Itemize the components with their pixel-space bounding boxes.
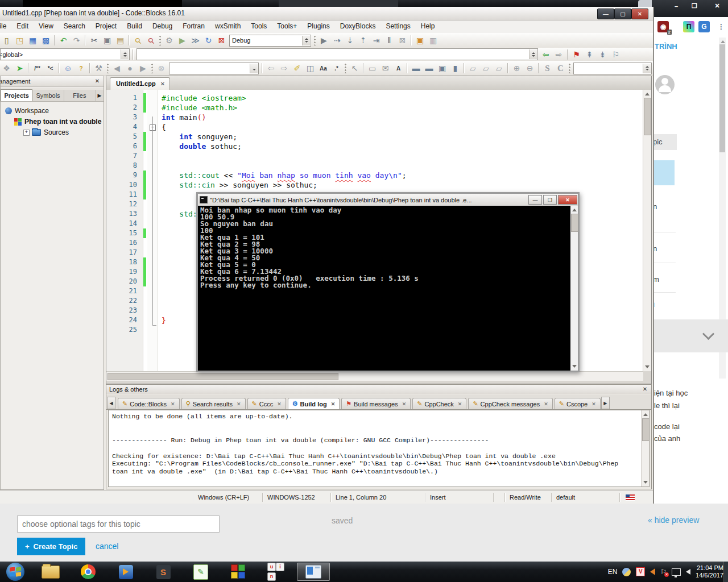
tab-close-icon[interactable]: ✕ — [402, 401, 407, 407]
code-line-4[interactable]: 4−{ — [106, 122, 643, 132]
build-and-run-icon[interactable]: ≫ — [189, 35, 201, 47]
doxy-wizard-icon[interactable]: ☺ — [62, 63, 74, 74]
pi-extension-icon[interactable]: Π — [683, 21, 694, 32]
browser-minimize-button[interactable]: – — [669, 1, 684, 11]
combo-spinner-icon[interactable] — [529, 49, 537, 59]
nav-right-icon[interactable]: ⇨ — [278, 63, 290, 74]
scope-combo[interactable]: <global> — [0, 48, 130, 60]
highlight-occurrences-icon[interactable]: ✐ — [291, 63, 303, 74]
menu-tools+[interactable]: Tools+ — [272, 20, 302, 32]
step-over-icon[interactable]: ⇢ — [331, 35, 343, 47]
tab-files[interactable]: Files — [64, 90, 96, 101]
close-panel-icon[interactable]: ✕ — [93, 77, 101, 85]
cut-icon[interactable]: ✂ — [88, 35, 100, 47]
doxy-block-comment-icon[interactable]: /** — [31, 63, 43, 74]
create-topic-button[interactable]: + Create Topic — [17, 538, 85, 555]
combo-spinner-icon[interactable] — [302, 36, 310, 45]
menu-file[interactable]: File — [0, 20, 11, 32]
stop-debugger-icon[interactable]: ⊠ — [396, 35, 408, 47]
language-indicator[interactable]: EN — [608, 568, 618, 576]
combo-spinner-icon[interactable] — [643, 64, 651, 73]
tray-unikey-icon[interactable] — [622, 568, 631, 576]
build-icon[interactable]: ⚙ — [163, 35, 175, 47]
symbol-combo[interactable] — [136, 48, 538, 60]
code-line-3[interactable]: 3int main() — [106, 113, 643, 122]
log-tab-build-log[interactable]: ⚙Build log✕ — [288, 398, 340, 409]
close-button[interactable]: ✕ — [631, 9, 648, 19]
tab-close-icon[interactable]: ✕ — [592, 401, 596, 407]
chevron-down-icon[interactable] — [702, 328, 714, 340]
scroll-up-icon[interactable] — [643, 413, 648, 416]
align-center-icon[interactable]: ▱ — [480, 63, 492, 74]
tab-projects[interactable]: Projects — [1, 89, 32, 101]
run-plugin-icon[interactable]: ➤ — [14, 63, 26, 74]
align-right-icon[interactable]: ▱ — [493, 63, 505, 74]
taskbar-notepadpp[interactable]: ✎ — [184, 563, 217, 581]
run-to-cursor-icon[interactable]: ⇥ — [370, 35, 382, 47]
keyboard-layout-flag-icon[interactable] — [626, 494, 635, 501]
combo-spinner-icon[interactable] — [121, 49, 129, 59]
translate-extension-icon[interactable]: G — [698, 21, 710, 32]
menu-doxyblocks[interactable]: DoxyBlocks — [335, 20, 381, 32]
scroll-down-icon[interactable] — [643, 481, 648, 484]
network-icon[interactable] — [672, 568, 681, 576]
goto-next-icon[interactable]: ⇨ — [553, 48, 565, 60]
tab-close-icon[interactable]: ✕ — [160, 81, 165, 87]
save-file-icon[interactable]: ▦ — [27, 35, 39, 47]
browser-menu-icon[interactable]: ⋮ — [715, 21, 727, 32]
menu-view[interactable]: View — [34, 20, 59, 32]
log-tab-cscope[interactable]: ✎Cscope✕ — [555, 398, 601, 409]
menu-plugins[interactable]: Plugins — [302, 20, 334, 32]
log-tab-search-results[interactable]: ⚲Search results✕ — [181, 398, 246, 409]
clear-bookmarks-icon[interactable]: ⚐ — [610, 48, 622, 60]
isearch-prev-icon[interactable]: ◀ — [111, 63, 123, 74]
scrollbar-thumb[interactable] — [107, 373, 338, 380]
menu-project[interactable]: Project — [90, 20, 122, 32]
paste-icon[interactable]: ▤ — [114, 35, 126, 47]
tab-close-icon[interactable]: ✕ — [237, 401, 241, 407]
console-close-button[interactable]: ✕ — [558, 195, 577, 205]
menu-help[interactable]: Help — [416, 20, 440, 32]
code-line-5[interactable]: 5 int songuyen; — [106, 132, 643, 142]
taskbar-explorer[interactable] — [34, 563, 67, 581]
code-line-2[interactable]: 2#include <math.h> — [106, 103, 643, 113]
layout-grid-icon[interactable]: ▣ — [436, 63, 448, 74]
save-all-files-icon[interactable]: ▩ — [40, 35, 52, 47]
tab-close-icon[interactable]: ✕ — [171, 401, 175, 407]
debugging-windows-icon[interactable]: ▣ — [414, 35, 426, 47]
taskbar-console-active[interactable] — [297, 563, 330, 581]
isearch-next-icon[interactable]: ▶ — [137, 63, 149, 74]
console-scrollbar[interactable] — [570, 206, 578, 371]
insert-mode-icon[interactable]: ◫ — [304, 63, 316, 74]
wx-font-icon[interactable]: A — [392, 63, 404, 74]
toggle-bookmark-icon[interactable]: ⚑ — [570, 48, 582, 60]
management-caption[interactable]: Management ✕ — [1, 76, 104, 87]
show-spaces-icon[interactable]: S — [541, 63, 553, 74]
taskbar-sublime[interactable]: S — [147, 563, 180, 581]
menu-search[interactable]: Search — [59, 20, 90, 32]
minimize-button[interactable]: — — [597, 9, 614, 19]
scroll-up-icon[interactable] — [572, 209, 577, 211]
isearch-combo[interactable] — [169, 63, 259, 74]
doxy-line-comment-icon[interactable]: *< — [44, 63, 56, 74]
menu-build[interactable]: Build — [122, 20, 147, 32]
debug-various-info-icon[interactable]: ▥ — [427, 35, 439, 47]
menu-edit[interactable]: Edit — [11, 20, 34, 32]
console-window[interactable]: "D:\Bai tap C-C++\Bai Thuc Hanh C++\toan… — [196, 192, 580, 372]
nav-left-icon[interactable]: ⇦ — [265, 63, 277, 74]
cancel-link[interactable]: cancel — [96, 542, 118, 551]
log-tab-code-blocks[interactable]: ✎Code::Blocks✕ — [118, 398, 180, 409]
tab-close-icon[interactable]: ✕ — [544, 401, 548, 407]
new-file-icon[interactable]: ▯ — [1, 35, 13, 47]
code-line-8[interactable]: 8 — [106, 161, 643, 171]
replace-icon[interactable]: ⚲ — [143, 33, 160, 48]
scrollbar-thumb[interactable] — [644, 98, 651, 135]
match-case-icon[interactable]: Aa — [317, 63, 329, 74]
combo-spinner-icon[interactable] — [250, 64, 258, 73]
title-bar[interactable]: Untitled1.cpp [Phep toan int va double] … — [0, 7, 653, 20]
zoom-out-icon[interactable]: ⊖ — [524, 63, 536, 74]
taskbar-media-player[interactable] — [109, 563, 142, 581]
log-tab-cppcheck[interactable]: ✎CppCheck✕ — [412, 398, 466, 409]
browser-close-button[interactable]: ✕ — [709, 1, 726, 11]
volume-icon[interactable] — [686, 569, 690, 575]
